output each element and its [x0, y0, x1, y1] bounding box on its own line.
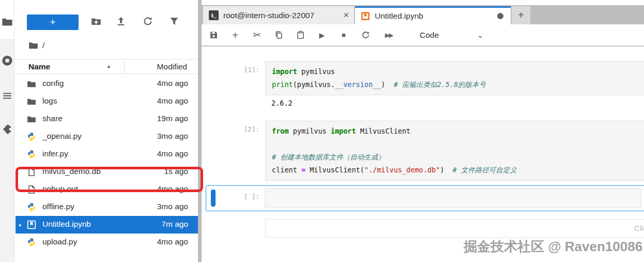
file-modified: 19m ago — [157, 114, 188, 123]
run-all-icon[interactable]: ▶▶ — [382, 31, 395, 40]
column-modified[interactable]: Modified — [157, 62, 187, 71]
code-line: # 创建本地数据库文件（自动生成） — [272, 151, 638, 164]
file-row[interactable]: logs 4mo ago — [16, 93, 198, 110]
file-row[interactable]: share 19m ago — [16, 110, 198, 128]
file-name: infer.py — [42, 149, 68, 158]
interrupt-kernel-icon[interactable]: ■ — [339, 31, 348, 40]
file-name: config — [42, 79, 64, 88]
file-modified: 3mo ago — [157, 202, 188, 211]
code-cell-input[interactable]: import pymilvusprint(pymilvus.__version_… — [265, 61, 644, 95]
file-modified: 4mo ago — [157, 237, 188, 246]
code-token: (pymilvus. — [293, 80, 335, 89]
code-token: ) — [440, 166, 452, 174]
sort-ascending-icon[interactable]: ▲ — [106, 64, 111, 69]
code-cell-input[interactable]: from pymilvus import MilvusClient# 创建本地数… — [265, 121, 644, 181]
code-token: import — [272, 67, 297, 76]
code-line: import pymilvus — [272, 65, 638, 78]
chevron-down-icon: ⌄ — [477, 31, 484, 40]
add-cell-footer[interactable]: Click to add a cell — [265, 219, 644, 238]
breadcrumb[interactable]: / — [28, 40, 44, 50]
code-token: print — [272, 80, 293, 89]
main-dock-area: $_ root@intern-studio-22007 × Untitled.i… — [202, 0, 644, 262]
new-launcher-button[interactable]: + — [27, 14, 79, 30]
filter-icon[interactable] — [169, 16, 179, 26]
file-modified: 4mo ago — [157, 184, 188, 194]
close-icon[interactable]: × — [343, 10, 349, 21]
open-indicator-dot: ● — [19, 223, 21, 228]
file-list: config 4mo ago logs 4mo ago share 19m ag… — [14, 75, 198, 251]
code-token: "./milvus_demo.db" — [364, 166, 440, 174]
file-row[interactable]: config 4mo ago — [16, 75, 198, 93]
file-row[interactable]: upload.py 4mo ago — [16, 234, 198, 251]
cell-input-prompt: [ ]: — [227, 193, 259, 200]
file-type-icon — [27, 97, 36, 106]
code-token: = — [301, 166, 305, 174]
file-type-icon — [27, 167, 36, 177]
file-name: Untitled.ipynb — [42, 220, 91, 229]
new-folder-icon[interactable] — [91, 16, 101, 26]
add-cell-icon[interactable]: + — [231, 31, 240, 40]
unsaved-changes-dot[interactable] — [497, 13, 503, 19]
file-type-icon — [27, 79, 36, 89]
copy-cell-icon[interactable] — [274, 31, 283, 40]
breadcrumb-root[interactable]: / — [42, 41, 44, 50]
panel-resize-divider[interactable] — [198, 0, 202, 262]
file-modified: 4mo ago — [157, 79, 188, 88]
tab-notebook[interactable]: Untitled.ipynb — [355, 6, 511, 24]
tab-title: root@intern-studio-22007 — [223, 11, 314, 20]
file-modified: 3mo ago — [157, 132, 188, 141]
file-type-icon — [27, 238, 36, 247]
file-type-icon — [27, 185, 36, 194]
cell-collapser-bar[interactable] — [211, 190, 216, 207]
code-line: from pymilvus import MilvusClient — [272, 125, 638, 138]
file-row[interactable]: milvus_demo.db 1s ago — [16, 163, 198, 181]
file-row[interactable]: infer.py 4mo ago — [16, 145, 198, 163]
file-type-icon — [27, 114, 36, 124]
column-name[interactable]: Name — [28, 62, 50, 71]
file-row[interactable]: nohup.out 4mo ago — [16, 181, 198, 198]
tab-title: Untitled.ipynb — [375, 11, 423, 21]
active-code-cell[interactable] — [206, 185, 644, 211]
upload-icon[interactable] — [116, 16, 126, 26]
file-row[interactable]: offline.py 3mo ago — [16, 198, 198, 216]
cell-type-value: Code — [420, 31, 439, 40]
file-modified: 4mo ago — [157, 96, 188, 106]
tab-terminal[interactable]: $_ root@intern-studio-22007 × — [203, 6, 354, 24]
file-type-icon — [27, 202, 36, 212]
notebook-icon — [361, 11, 370, 21]
file-name: milvus_demo.db — [42, 167, 101, 176]
add-tab-button[interactable]: + — [512, 6, 530, 24]
file-type-icon — [27, 220, 36, 229]
run-cell-icon[interactable]: ▶ — [317, 31, 327, 40]
code-token: MilvusClient — [356, 127, 411, 135]
cut-cell-icon[interactable]: ✂ — [252, 31, 262, 40]
notebook-toolbar: + ✂ ▶ ■ ▶▶ Code ⌄ — [202, 24, 644, 47]
extensions-icon[interactable] — [2, 124, 13, 135]
file-modified: 1s ago — [164, 167, 188, 176]
save-icon[interactable] — [209, 31, 218, 40]
column-divider — [124, 61, 125, 73]
file-modified: 4mo ago — [157, 149, 188, 158]
cell-type-dropdown[interactable]: Code ⌄ — [420, 31, 484, 40]
file-name: nohup.out — [42, 184, 78, 194]
refresh-icon[interactable] — [143, 16, 153, 26]
file-list-header: Name ▲ Modified — [14, 59, 198, 74]
code-line: client = MilvusClient("./milvus_demo.db"… — [272, 164, 638, 177]
running-sessions-icon[interactable] — [2, 55, 13, 66]
code-line: print(pymilvus.__version__) # 应输出类似2.5.8… — [272, 78, 638, 91]
code-token: from — [272, 127, 289, 135]
file-browser-icon[interactable] — [2, 16, 13, 27]
file-modified: 7m ago — [161, 220, 188, 229]
file-row[interactable]: ● Untitled.ipynb 7m ago — [16, 216, 198, 234]
cell-input-prompt: [1]: — [227, 66, 259, 74]
restart-kernel-icon[interactable] — [361, 31, 370, 40]
paste-cell-icon[interactable] — [296, 31, 305, 40]
file-type-icon — [27, 150, 36, 159]
code-cell-editor[interactable] — [265, 188, 641, 208]
file-name: share — [42, 114, 63, 123]
file-name: upload.py — [42, 237, 77, 246]
file-row[interactable]: _openai.py 3mo ago — [16, 128, 198, 145]
table-of-contents-icon[interactable] — [2, 91, 13, 100]
file-type-icon — [27, 132, 36, 141]
file-browser-panel: + / Name ▲ Modified config 4mo ago logs … — [14, 0, 198, 262]
